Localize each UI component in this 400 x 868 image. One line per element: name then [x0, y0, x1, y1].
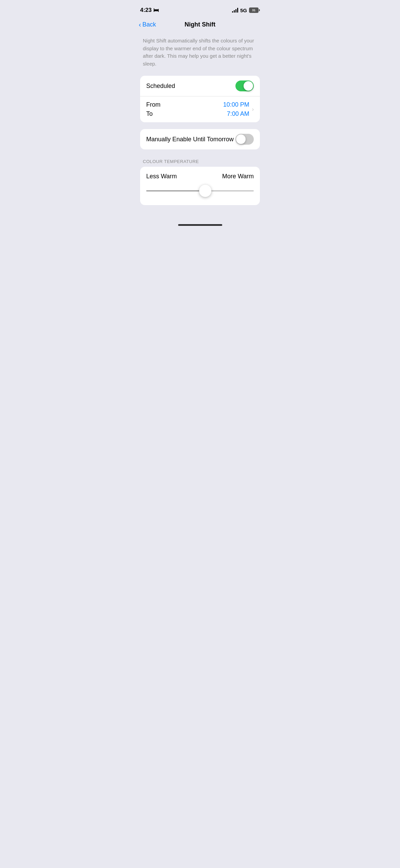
content-area: Night Shift automatically shifts the col…	[133, 37, 267, 205]
temperature-labels: Less Warm More Warm	[146, 173, 254, 180]
to-label: To	[146, 110, 160, 117]
manually-toggle-thumb	[236, 134, 246, 144]
signal-bar-4	[237, 8, 238, 13]
signal-bar-1	[232, 11, 233, 13]
less-warm-label: Less Warm	[146, 173, 177, 180]
temperature-slider-container[interactable]	[146, 185, 254, 197]
home-bar	[178, 224, 222, 226]
signal-bars-icon	[232, 8, 238, 13]
signal-bar-3	[235, 9, 236, 13]
status-bar: 4:23 🛏 5G 31	[133, 0, 267, 18]
home-indicator	[133, 219, 267, 229]
back-label: Back	[142, 21, 156, 28]
from-to-row[interactable]: From To 10:00 PM 7:00 AM ›	[140, 96, 260, 122]
from-to-right: 10:00 PM 7:00 AM ›	[223, 101, 254, 117]
battery-icon: 31	[249, 7, 260, 13]
time-display: 4:23	[140, 7, 152, 14]
status-right: 5G 31	[232, 7, 260, 13]
navigation-bar: ‹ Back Night Shift	[133, 18, 267, 34]
slider-track	[146, 190, 254, 192]
more-warm-label: More Warm	[222, 173, 254, 180]
network-type: 5G	[240, 7, 247, 13]
battery-level: 31	[250, 8, 258, 12]
to-time: 7:00 AM	[227, 110, 249, 117]
description-text: Night Shift automatically shifts the col…	[143, 37, 260, 68]
manually-enable-card: Manually Enable Until Tomorrow	[140, 129, 260, 149]
temperature-card: Less Warm More Warm	[140, 167, 260, 205]
back-button[interactable]: ‹ Back	[139, 21, 156, 28]
scheduled-label: Scheduled	[146, 83, 175, 90]
toggle-thumb	[244, 81, 253, 91]
colour-temperature-header: COLOUR TEMPERATURE	[140, 159, 260, 164]
scheduled-card: Scheduled From To 10:00 PM 7:00 AM ›	[140, 76, 260, 122]
manually-enable-toggle[interactable]	[235, 134, 254, 145]
chevron-right-icon: ›	[252, 106, 254, 112]
page-title: Night Shift	[185, 21, 215, 28]
battery-tip	[259, 9, 260, 11]
status-time: 4:23 🛏	[140, 7, 159, 14]
from-time: 10:00 PM	[223, 101, 249, 108]
from-to-labels: From To	[146, 101, 160, 117]
scheduled-row: Scheduled	[140, 76, 260, 96]
slider-fill	[146, 190, 205, 192]
scheduled-toggle[interactable]	[235, 80, 254, 91]
manually-enable-label: Manually Enable Until Tomorrow	[146, 136, 234, 143]
slider-thumb[interactable]	[199, 185, 211, 197]
from-to-times: 10:00 PM 7:00 AM	[223, 101, 249, 117]
from-label: From	[146, 101, 160, 108]
battery-body: 31	[249, 7, 259, 13]
back-chevron-icon: ‹	[139, 21, 141, 28]
bed-icon: 🛏	[153, 7, 159, 13]
manually-enable-row: Manually Enable Until Tomorrow	[140, 129, 260, 149]
signal-bar-2	[234, 10, 235, 13]
